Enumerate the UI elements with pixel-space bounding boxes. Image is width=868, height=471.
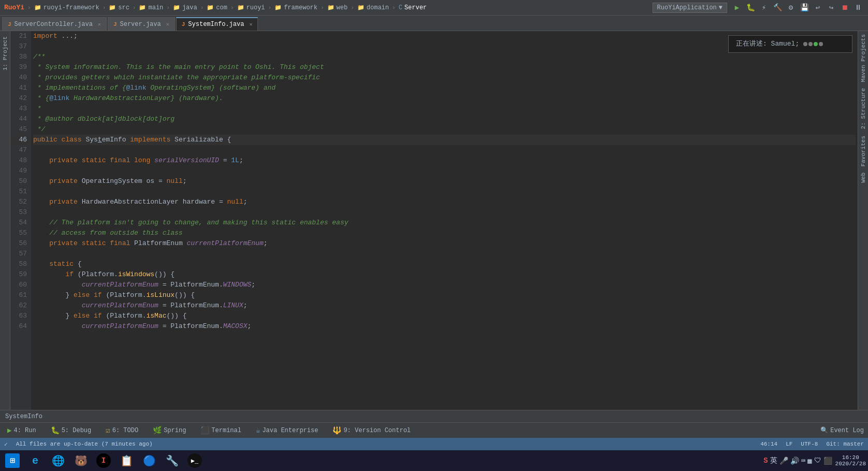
taskbar-app7[interactable]: 🔧	[162, 451, 182, 470]
toolbar-icons: ▶ 🐛 ⚡ 🔨 ⚙ 💾 ↩ ↪ ⏹ ⏸	[731, 2, 864, 13]
breadcrumb-java[interactable]: 📁 java	[173, 4, 197, 11]
start-button[interactable]: ⊞	[2, 451, 23, 470]
shield-icon[interactable]: 🛡	[814, 456, 821, 465]
code-line-51	[33, 187, 856, 197]
vcs-icon: 🔱	[332, 426, 341, 435]
class-icon: C	[399, 4, 402, 11]
windows-logo: ⊞	[5, 453, 20, 468]
build-button[interactable]: 🔨	[772, 2, 783, 13]
breadcrumb-web[interactable]: 📁 web	[327, 4, 348, 11]
line-21: 21	[12, 31, 27, 41]
code-line-54: // The platform isn't going to change, a…	[33, 218, 856, 228]
line-55: 55	[12, 228, 27, 238]
code-line-40: * provides getters which instantiate the…	[33, 73, 856, 83]
settings-button[interactable]: ⚙	[785, 2, 797, 13]
folder-icon-7: 📁	[274, 4, 282, 11]
line-45: 45	[12, 124, 27, 135]
bottom-tab-vcs[interactable]: 🔱 9: Version Control	[329, 425, 414, 436]
mic-icon[interactable]: 🎤	[779, 456, 788, 465]
tab-servercontroller[interactable]: J ServerController.java ✕	[2, 17, 107, 31]
tab-close-2[interactable]: ✕	[166, 21, 169, 27]
bottom-tab-run[interactable]: ▶ 4: Run	[4, 425, 39, 436]
tab-systeminfo[interactable]: J SystemInfo.java ✕	[176, 17, 258, 31]
line-38: 38	[12, 52, 27, 62]
bottom-breadcrumb: SystemInfo	[5, 413, 42, 420]
tiles-icon[interactable]: ▦	[807, 456, 812, 465]
run-button[interactable]: ▶	[731, 2, 743, 13]
stop-button[interactable]: ⏹	[839, 2, 850, 13]
line-49: 49	[12, 166, 27, 176]
right-panels: Maven Projects 2: Structure Favorites We…	[858, 31, 868, 410]
line-50: 50	[12, 176, 27, 187]
code-line-47	[33, 145, 856, 155]
dot-2	[808, 42, 813, 46]
folder-icon-2: 📁	[109, 4, 116, 11]
line-separator: LF	[786, 441, 792, 447]
java-icon-1: J	[8, 21, 11, 27]
sidebar-item-favorites[interactable]: Favorites	[859, 133, 867, 169]
taskbar-ie[interactable]: e	[25, 451, 46, 470]
bottom-tab-enterprise[interactable]: ☕ Java Enterprise	[253, 425, 321, 436]
breadcrumb-src[interactable]: 📁 src	[109, 4, 129, 11]
debug-button[interactable]: 🐛	[745, 2, 756, 13]
tab-close-3[interactable]: ✕	[249, 21, 252, 27]
breadcrumb-server[interactable]: C Server	[399, 4, 427, 11]
code-editor[interactable]: 正在讲述: Samuel; import ...; /** * System i…	[31, 31, 858, 410]
lang-icon[interactable]: 英	[770, 456, 777, 465]
taskbar-chrome[interactable]: 🌐	[48, 451, 68, 470]
breadcrumb-ruoyi[interactable]: 📁 ruoyi	[237, 4, 265, 11]
sidebar-item-maven[interactable]: Maven Projects	[859, 31, 867, 85]
ime-icon[interactable]: S	[763, 456, 768, 465]
code-line-61: } else if (Platform.isLinux()) {	[33, 290, 856, 301]
code-line-63: } else if (Platform.isMac()) {	[33, 311, 856, 321]
event-log-area: 🔍 Event Log	[820, 426, 864, 434]
bottom-tab-terminal[interactable]: ⬛ Terminal	[197, 425, 244, 436]
code-line-64: currentPlatformEnum = PlatformEnum.MACOS…	[33, 321, 856, 332]
taskbar-right-area: S 英 🎤 🔊 ⌨ ▦ 🛡 ⬛ 16:20 2020/2/28	[763, 454, 866, 467]
redo-button[interactable]: ↪	[826, 2, 837, 13]
run-coverage-button[interactable]: ⚡	[758, 2, 770, 13]
intellij-icon: I	[96, 453, 111, 468]
bottom-tab-spring[interactable]: 🌿 Spring	[150, 425, 189, 436]
sidebar-item-structure[interactable]: 2: Structure	[859, 85, 867, 132]
breadcrumb-com[interactable]: 📁 com	[207, 4, 227, 11]
line-41: 41	[12, 83, 27, 93]
line-59: 59	[12, 269, 27, 280]
code-line-39: * System information. This is the main e…	[33, 62, 856, 73]
taskbar-terminal[interactable]: ▶_	[184, 451, 205, 470]
bottom-tab-todo[interactable]: ☑ 6: TODO	[103, 425, 141, 436]
sidebar-item-project[interactable]: 1: Project	[1, 33, 9, 74]
volume-icon[interactable]: 🔊	[790, 456, 799, 465]
bottom-tab-debug[interactable]: 🐛 5: Debug	[48, 425, 95, 436]
event-log-search-icon: 🔍	[820, 426, 828, 434]
code-line-58: static {	[33, 259, 856, 269]
undo-button[interactable]: ↩	[812, 2, 823, 13]
code-line-57	[33, 249, 856, 259]
keyboard-icon[interactable]: ⌨	[801, 456, 805, 465]
breadcrumb-main[interactable]: 📁 main	[139, 4, 163, 11]
line-46: 46	[12, 135, 27, 145]
taskbar-app3[interactable]: 🐻	[70, 451, 91, 470]
code-line-59: if (Platform.isWindows()) {	[33, 269, 856, 280]
vcs-status: Git: master	[826, 441, 864, 447]
code-line-41: * implementations of {@link OperatingSys…	[33, 83, 856, 93]
pause-button[interactable]: ⏸	[852, 2, 864, 13]
folder-icon-4: 📁	[173, 4, 180, 11]
event-log-label[interactable]: Event Log	[830, 427, 864, 434]
spring-icon: 🌿	[153, 426, 162, 435]
taskbar-intellij[interactable]: I	[93, 451, 114, 470]
taskbar-app5[interactable]: 📋	[116, 451, 137, 470]
terminal-tray-icon[interactable]: ⬛	[823, 456, 832, 465]
breadcrumb-domain[interactable]: 📁 domain	[357, 4, 389, 11]
sidebar-item-web[interactable]: Web	[859, 169, 867, 186]
taskbar-app6[interactable]: 🔵	[139, 451, 160, 470]
tab-server[interactable]: J Server.java ✕	[108, 17, 175, 31]
run-config-selector[interactable]: RuoYiApplication ▼	[653, 3, 727, 13]
breadcrumb-ruoyi-framework[interactable]: 📁 ruoyi-framework	[34, 4, 99, 11]
system-clock[interactable]: 16:20 2020/2/28	[835, 454, 866, 467]
code-line-50: private OperatingSystem os = null;	[33, 176, 856, 187]
tab-close-1[interactable]: ✕	[98, 21, 101, 27]
app-logo: RuoYi	[4, 4, 24, 11]
save-button[interactable]: 💾	[799, 2, 810, 13]
breadcrumb-framework[interactable]: 📁 framework	[274, 4, 317, 11]
